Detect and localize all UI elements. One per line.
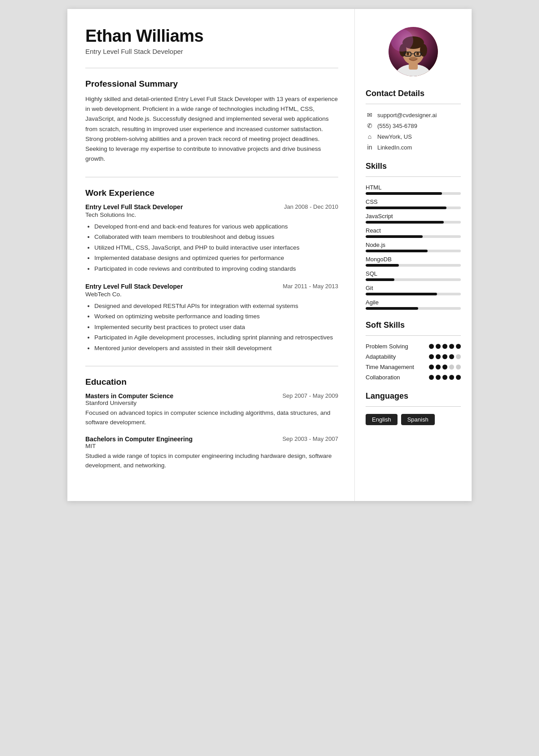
dots — [429, 354, 461, 359]
soft-skill-name: Collaboration — [366, 374, 400, 381]
list-item: Participated in code reviews and contrib… — [94, 264, 338, 274]
soft-skills-title: Soft Skills — [366, 321, 461, 330]
language-tag: English — [366, 414, 398, 425]
contact-email: ✉ support@cvdesigner.ai — [366, 111, 461, 119]
edu-2: Bachelors in Computer Engineering Sep 20… — [85, 435, 338, 470]
skill-row: JavaScript — [366, 213, 461, 224]
list-item: Worked on optimizing website performance… — [94, 312, 338, 321]
languages-section: Languages EnglishSpanish — [366, 391, 461, 425]
skill-name: Node.js — [366, 242, 461, 248]
work-experience-title: Work Experience — [85, 188, 338, 198]
skill-bar-fill — [366, 221, 444, 224]
skill-name: HTML — [366, 184, 461, 191]
dot — [442, 344, 447, 349]
soft-skills-section: Soft Skills Problem SolvingAdaptabilityT… — [366, 321, 461, 381]
candidate-title: Entry Level Full Stack Developer — [85, 48, 338, 55]
skill-row: Agile — [366, 299, 461, 310]
job-2-title: Entry Level Full Stack Developer — [85, 283, 183, 290]
edu-2-desc: Studied a wide range of topics in comput… — [85, 451, 338, 470]
email-value: support@cvdesigner.ai — [377, 112, 437, 119]
skill-bar-bg — [366, 221, 461, 224]
list-item: Developed front-end and back-end feature… — [94, 222, 338, 232]
skill-row: SQL — [366, 270, 461, 281]
job-2-company: WebTech Co. — [85, 291, 338, 298]
linkedin-value: LinkedIn.com — [377, 144, 412, 151]
job-1-bullets: Developed front-end and back-end feature… — [85, 222, 338, 274]
edu-1-header: Masters in Computer Science Sep 2007 - M… — [85, 392, 338, 400]
dot — [456, 365, 461, 369]
location-icon: ⌂ — [366, 133, 374, 140]
dot — [436, 354, 441, 359]
languages-title: Languages — [366, 391, 461, 401]
dot — [429, 354, 434, 359]
edu-2-date: Sep 2003 - May 2007 — [283, 435, 338, 442]
skill-row: Node.js — [366, 242, 461, 252]
svg-point-13 — [406, 53, 409, 55]
dot — [449, 344, 454, 349]
list-item: Collaborated with team members to troubl… — [94, 232, 338, 242]
skill-bar-bg — [366, 192, 461, 195]
dot — [429, 375, 434, 380]
skill-bar-fill — [366, 264, 399, 267]
soft-skill-name: Time Management — [366, 364, 414, 370]
soft-skill-name: Problem Solving — [366, 343, 408, 350]
svg-point-14 — [416, 53, 419, 55]
skill-bar-fill — [366, 235, 423, 238]
skill-name: JavaScript — [366, 213, 461, 220]
education-title: Education — [85, 377, 338, 387]
dot — [436, 375, 441, 380]
list-item: Mentored junior developers and assisted … — [94, 343, 338, 353]
language-tag: Spanish — [401, 414, 435, 425]
job-2: Entry Level Full Stack Developer Mar 201… — [85, 283, 338, 353]
left-column: Ethan Williams Entry Level Full Stack De… — [67, 9, 355, 501]
email-icon: ✉ — [366, 111, 374, 119]
skill-bar-fill — [366, 250, 428, 252]
skill-bar-fill — [366, 192, 442, 195]
edu-1-degree: Masters in Computer Science — [85, 392, 173, 400]
job-1-company: Tech Solutions Inc. — [85, 211, 338, 218]
list-item: Implemented security best practices to p… — [94, 322, 338, 332]
edu-2-header: Bachelors in Computer Engineering Sep 20… — [85, 435, 338, 443]
skill-name: SQL — [366, 270, 461, 277]
skill-row: React — [366, 227, 461, 238]
skill-row: CSS — [366, 198, 461, 209]
edu-1-date: Sep 2007 - May 2009 — [283, 392, 338, 399]
languages-divider — [366, 406, 461, 407]
soft-skill-name: Adaptability — [366, 353, 396, 360]
header-section: Ethan Williams Entry Level Full Stack De… — [85, 27, 338, 55]
candidate-name: Ethan Williams — [85, 27, 338, 46]
skill-bar-bg — [366, 235, 461, 238]
languages-container: EnglishSpanish — [366, 414, 461, 425]
summary-divider — [85, 177, 338, 177]
skill-name: CSS — [366, 198, 461, 205]
skill-name: Git — [366, 285, 461, 291]
skill-bar-bg — [366, 250, 461, 252]
avatar-wrapper — [366, 27, 461, 76]
dot — [442, 365, 447, 369]
svg-point-15 — [409, 57, 418, 61]
dots — [429, 344, 461, 349]
contact-linkedin: in LinkedIn.com — [366, 144, 461, 151]
education-section: Education Masters in Computer Science Se… — [85, 377, 338, 470]
work-divider — [85, 366, 338, 366]
skill-bar-bg — [366, 207, 461, 209]
soft-skill-row: Collaboration — [366, 374, 461, 381]
job-1-header: Entry Level Full Stack Developer Jan 200… — [85, 203, 338, 211]
dot — [436, 344, 441, 349]
soft-skills-divider — [366, 335, 461, 336]
edu-1: Masters in Computer Science Sep 2007 - M… — [85, 392, 338, 427]
skills-section: Skills HTML CSS JavaScript React Node.js — [366, 162, 461, 310]
skills-divider — [366, 176, 461, 177]
skill-bar-bg — [366, 264, 461, 267]
work-experience-section: Work Experience Entry Level Full Stack D… — [85, 188, 338, 353]
skill-bar-fill — [366, 278, 394, 281]
skill-name: MongoDB — [366, 256, 461, 263]
skill-row: MongoDB — [366, 256, 461, 267]
summary-section: Professional Summary Highly skilled and … — [85, 79, 338, 164]
avatar-svg — [389, 27, 438, 76]
list-item: Implemented database designs and optimiz… — [94, 253, 338, 263]
soft-skill-row: Problem Solving — [366, 343, 461, 350]
contact-section: Contact Details ✉ support@cvdesigner.ai … — [366, 89, 461, 151]
skill-bar-fill — [366, 307, 418, 310]
edu-1-desc: Focused on advanced topics in computer s… — [85, 408, 338, 427]
